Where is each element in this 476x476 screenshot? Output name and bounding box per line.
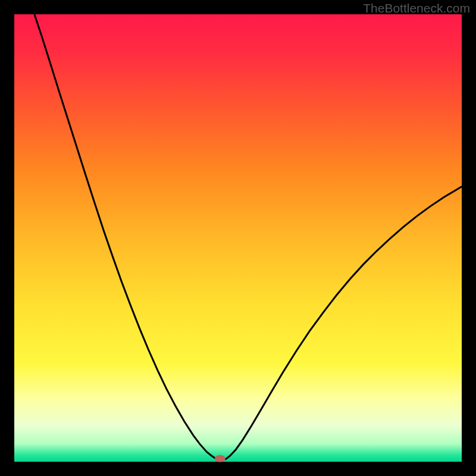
- plot-background: [14, 14, 462, 462]
- optimum-marker: [215, 455, 226, 462]
- bottleneck-chart: TheBottleneck.com: [0, 0, 476, 476]
- chart-svg: [0, 0, 476, 476]
- attribution-text: TheBottleneck.com: [363, 1, 470, 15]
